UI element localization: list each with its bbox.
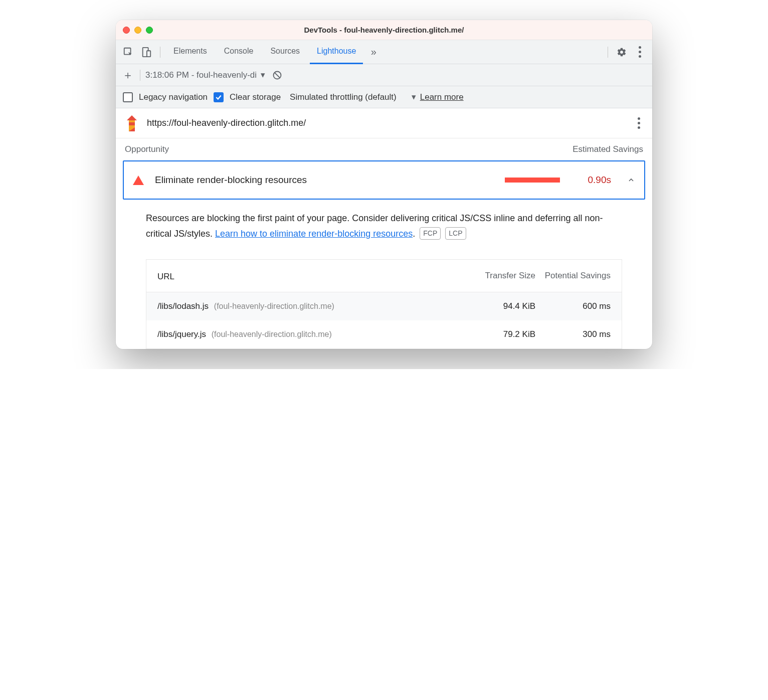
opportunity-header-left: Opportunity [125, 144, 169, 154]
device-toolbar-icon[interactable] [139, 45, 154, 60]
col-header-savings: Potential Savings [535, 270, 611, 282]
divider [140, 70, 140, 81]
tabbar: Elements Console Sources Lighthouse » [116, 40, 652, 64]
window-title: DevTools - foul-heavenly-direction.glitc… [116, 26, 652, 34]
throttling-label: Simulated throttling (default) [290, 92, 397, 102]
cell-savings: 300 ms [535, 329, 611, 339]
tab-sources[interactable]: Sources [263, 40, 307, 64]
opportunity-learn-link[interactable]: Learn how to eliminate render-blocking r… [215, 229, 413, 239]
dropdown-caret-icon: ▾ [261, 70, 265, 80]
clear-storage-checkbox[interactable] [214, 92, 224, 102]
more-tabs-icon[interactable]: » [366, 45, 381, 60]
zoom-window-button[interactable] [146, 27, 153, 34]
cell-url: /libs/lodash.js (foul-heavenly-direction… [157, 301, 470, 311]
devtools-window: DevTools - foul-heavenly-direction.glitc… [116, 20, 652, 349]
clear-storage-label: Clear storage [230, 92, 281, 102]
opportunity-header: Opportunity Estimated Savings [116, 138, 652, 158]
throttling-dropdown-caret-icon[interactable]: ▾ [412, 92, 416, 102]
cell-url-host: (foul-heavenly-direction.glitch.me) [212, 330, 332, 338]
cell-size: 79.2 KiB [470, 329, 535, 339]
legacy-navigation-checkbox[interactable] [123, 92, 133, 102]
opportunity-row[interactable]: Eliminate render-blocking resources 0.90… [123, 160, 645, 200]
inspect-element-icon[interactable] [121, 45, 136, 60]
more-options-kebab-icon[interactable] [632, 45, 647, 60]
metric-tag-fcp: FCP [420, 227, 441, 240]
svg-rect-7 [129, 122, 135, 125]
lighthouse-options-bar: Legacy navigation Clear storage Simulate… [116, 86, 652, 108]
close-window-button[interactable] [123, 27, 130, 34]
opportunity-table: URL Transfer Size Potential Savings /lib… [146, 259, 622, 349]
lighthouse-subbar: ＋ 3:18:06 PM - foul-heavenly-di ▾ [116, 64, 652, 86]
divider [608, 47, 608, 58]
cell-size: 94.4 KiB [470, 301, 535, 311]
opportunity-description: Resources are blocking the first paint o… [116, 202, 652, 247]
traffic-lights [123, 27, 153, 34]
cell-url: /libs/jquery.js (foul-heavenly-direction… [157, 329, 470, 339]
tab-elements[interactable]: Elements [166, 40, 214, 64]
opportunity-bar [505, 178, 560, 183]
fail-triangle-icon [133, 176, 144, 185]
opportunity-desc-post: . [413, 229, 415, 239]
legacy-navigation-label: Legacy navigation [139, 92, 208, 102]
page-url-row: https://foul-heavenly-direction.glitch.m… [116, 108, 652, 138]
cell-savings: 600 ms [535, 301, 611, 311]
svg-line-4 [275, 72, 280, 78]
cell-url-path: /libs/lodash.js [157, 301, 209, 311]
table-row: /libs/lodash.js (foul-heavenly-direction… [146, 292, 622, 320]
titlebar: DevTools - foul-heavenly-direction.glitc… [116, 20, 652, 40]
report-selector[interactable]: 3:18:06 PM - foul-heavenly-di ▾ [145, 70, 265, 80]
opportunity-title: Eliminate render-blocking resources [155, 174, 494, 186]
minimize-window-button[interactable] [134, 27, 141, 34]
svg-rect-2 [147, 51, 150, 57]
report-menu-kebab-icon[interactable] [635, 114, 643, 132]
clear-all-icon[interactable] [270, 68, 284, 82]
cell-url-host: (foul-heavenly-direction.glitch.me) [214, 302, 334, 310]
new-report-button[interactable]: ＋ [121, 68, 135, 82]
cell-url-path: /libs/jquery.js [157, 329, 206, 339]
col-header-size: Transfer Size [470, 270, 535, 282]
settings-gear-icon[interactable] [614, 45, 629, 60]
page-url: https://foul-heavenly-direction.glitch.m… [147, 118, 306, 128]
tab-lighthouse[interactable]: Lighthouse [310, 40, 363, 64]
svg-marker-5 [127, 115, 137, 120]
opportunity-header-right: Estimated Savings [572, 144, 643, 154]
tab-console[interactable]: Console [217, 40, 261, 64]
collapse-chevron-icon[interactable] [627, 176, 635, 184]
report-label: 3:18:06 PM - foul-heavenly-di [145, 70, 257, 80]
lighthouse-logo-icon [125, 114, 139, 132]
col-header-url: URL [157, 272, 470, 282]
divider [160, 47, 160, 58]
opportunity-value: 0.90s [571, 174, 611, 186]
metric-tag-lcp: LCP [445, 227, 466, 240]
table-row: /libs/jquery.js (foul-heavenly-direction… [146, 320, 622, 348]
learn-more-link[interactable]: Learn more [420, 92, 464, 102]
table-header-row: URL Transfer Size Potential Savings [146, 260, 622, 292]
